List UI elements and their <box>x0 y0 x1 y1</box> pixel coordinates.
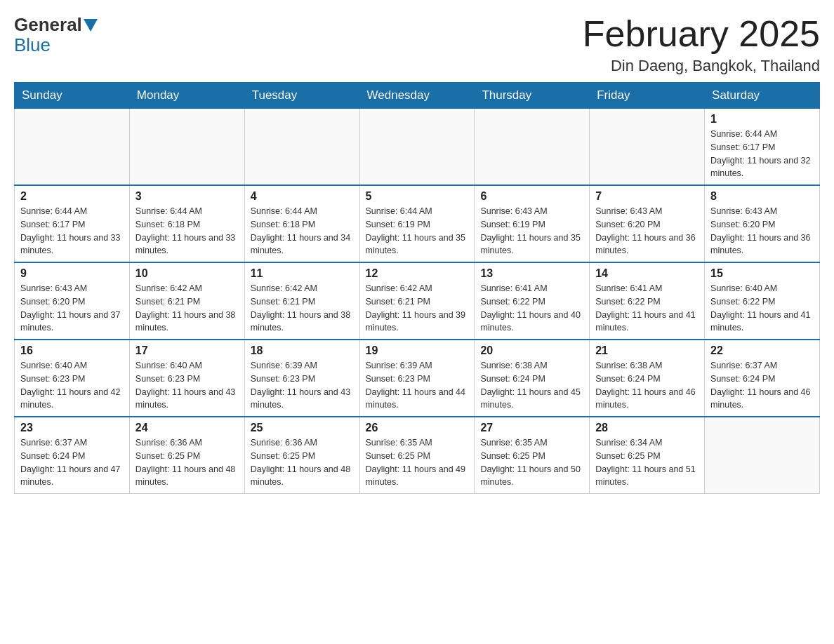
day-info: Sunrise: 6:44 AMSunset: 6:19 PMDaylight:… <box>366 205 469 257</box>
calendar-day-cell: 26Sunrise: 6:35 AMSunset: 6:25 PMDayligh… <box>359 417 475 494</box>
day-info: Sunrise: 6:43 AMSunset: 6:20 PMDaylight:… <box>20 282 124 335</box>
calendar-week-5: 23Sunrise: 6:37 AMSunset: 6:24 PMDayligh… <box>15 417 820 494</box>
calendar-day-cell <box>475 109 590 186</box>
calendar-week-3: 9Sunrise: 6:43 AMSunset: 6:20 PMDaylight… <box>15 262 820 340</box>
calendar-day-cell <box>359 109 475 186</box>
day-number: 15 <box>710 267 814 280</box>
page-header: General Blue February 2025 Din Daeng, Ba… <box>14 14 820 75</box>
day-number: 22 <box>710 344 814 357</box>
calendar-day-cell <box>15 109 130 186</box>
calendar-day-cell: 1Sunrise: 6:44 AMSunset: 6:17 PMDaylight… <box>705 109 820 186</box>
day-info: Sunrise: 6:42 AMSunset: 6:21 PMDaylight:… <box>251 282 354 335</box>
calendar-day-cell: 2Sunrise: 6:44 AMSunset: 6:17 PMDaylight… <box>15 185 130 262</box>
weekday-header-saturday: Saturday <box>705 83 820 109</box>
calendar-day-cell: 15Sunrise: 6:40 AMSunset: 6:22 PMDayligh… <box>705 262 820 340</box>
day-number: 14 <box>595 267 699 280</box>
calendar-day-cell: 6Sunrise: 6:43 AMSunset: 6:19 PMDaylight… <box>475 185 590 262</box>
calendar-day-cell: 28Sunrise: 6:34 AMSunset: 6:25 PMDayligh… <box>590 417 705 494</box>
calendar-day-cell: 13Sunrise: 6:41 AMSunset: 6:22 PMDayligh… <box>475 262 590 340</box>
day-number: 8 <box>710 190 814 203</box>
day-number: 5 <box>366 190 469 203</box>
weekday-header-wednesday: Wednesday <box>359 83 475 109</box>
calendar-day-cell: 7Sunrise: 6:43 AMSunset: 6:20 PMDaylight… <box>590 185 705 262</box>
location: Din Daeng, Bangkok, Thailand <box>583 57 820 75</box>
day-number: 4 <box>251 190 354 203</box>
calendar-day-cell: 10Sunrise: 6:42 AMSunset: 6:21 PMDayligh… <box>129 262 244 340</box>
day-info: Sunrise: 6:34 AMSunset: 6:25 PMDaylight:… <box>595 436 699 489</box>
weekday-header-thursday: Thursday <box>475 83 590 109</box>
day-info: Sunrise: 6:39 AMSunset: 6:23 PMDaylight:… <box>251 359 354 412</box>
weekday-header-monday: Monday <box>129 83 244 109</box>
day-number: 25 <box>251 422 354 434</box>
day-info: Sunrise: 6:44 AMSunset: 6:18 PMDaylight:… <box>251 205 354 257</box>
day-info: Sunrise: 6:43 AMSunset: 6:19 PMDaylight:… <box>480 205 583 257</box>
weekday-header-tuesday: Tuesday <box>244 83 359 109</box>
calendar-day-cell: 11Sunrise: 6:42 AMSunset: 6:21 PMDayligh… <box>244 262 359 340</box>
day-info: Sunrise: 6:36 AMSunset: 6:25 PMDaylight:… <box>251 436 354 489</box>
day-number: 1 <box>710 113 814 126</box>
calendar-week-4: 16Sunrise: 6:40 AMSunset: 6:23 PMDayligh… <box>15 340 820 417</box>
day-info: Sunrise: 6:36 AMSunset: 6:25 PMDaylight:… <box>135 436 239 489</box>
day-info: Sunrise: 6:44 AMSunset: 6:17 PMDaylight:… <box>20 205 124 257</box>
calendar-day-cell <box>129 109 244 186</box>
day-info: Sunrise: 6:44 AMSunset: 6:18 PMDaylight:… <box>135 205 239 257</box>
day-number: 27 <box>480 422 583 434</box>
day-number: 11 <box>251 267 354 280</box>
day-info: Sunrise: 6:37 AMSunset: 6:24 PMDaylight:… <box>20 436 124 489</box>
day-number: 23 <box>20 422 124 434</box>
day-info: Sunrise: 6:35 AMSunset: 6:25 PMDaylight:… <box>366 436 469 489</box>
logo-triangle-icon <box>84 19 98 32</box>
calendar-day-cell <box>705 417 820 494</box>
day-info: Sunrise: 6:41 AMSunset: 6:22 PMDaylight:… <box>595 282 699 335</box>
day-number: 9 <box>20 267 124 280</box>
calendar-day-cell: 17Sunrise: 6:40 AMSunset: 6:23 PMDayligh… <box>129 340 244 417</box>
calendar-day-cell <box>590 109 705 186</box>
calendar-day-cell: 22Sunrise: 6:37 AMSunset: 6:24 PMDayligh… <box>705 340 820 417</box>
day-number: 16 <box>20 344 124 357</box>
day-info: Sunrise: 6:37 AMSunset: 6:24 PMDaylight:… <box>710 359 814 412</box>
day-number: 17 <box>135 344 239 357</box>
day-number: 7 <box>595 190 699 203</box>
day-number: 19 <box>366 344 469 357</box>
day-number: 28 <box>595 422 699 434</box>
day-number: 10 <box>135 267 239 280</box>
logo: General Blue <box>14 14 99 56</box>
calendar-week-2: 2Sunrise: 6:44 AMSunset: 6:17 PMDaylight… <box>15 185 820 262</box>
day-number: 21 <box>595 344 699 357</box>
day-number: 24 <box>135 422 239 434</box>
calendar-day-cell: 20Sunrise: 6:38 AMSunset: 6:24 PMDayligh… <box>475 340 590 417</box>
day-info: Sunrise: 6:39 AMSunset: 6:23 PMDaylight:… <box>366 359 469 412</box>
weekday-header-row: SundayMondayTuesdayWednesdayThursdayFrid… <box>15 83 820 109</box>
day-info: Sunrise: 6:35 AMSunset: 6:25 PMDaylight:… <box>480 436 583 489</box>
day-info: Sunrise: 6:42 AMSunset: 6:21 PMDaylight:… <box>135 282 239 335</box>
day-info: Sunrise: 6:43 AMSunset: 6:20 PMDaylight:… <box>595 205 699 257</box>
month-title: February 2025 <box>583 14 820 54</box>
calendar-day-cell: 9Sunrise: 6:43 AMSunset: 6:20 PMDaylight… <box>15 262 130 340</box>
weekday-header-sunday: Sunday <box>15 83 130 109</box>
calendar-day-cell: 27Sunrise: 6:35 AMSunset: 6:25 PMDayligh… <box>475 417 590 494</box>
calendar-day-cell: 19Sunrise: 6:39 AMSunset: 6:23 PMDayligh… <box>359 340 475 417</box>
calendar-day-cell: 23Sunrise: 6:37 AMSunset: 6:24 PMDayligh… <box>15 417 130 494</box>
logo-blue-text: Blue <box>14 34 51 56</box>
logo-general-text: General <box>14 14 82 36</box>
calendar-day-cell: 4Sunrise: 6:44 AMSunset: 6:18 PMDaylight… <box>244 185 359 262</box>
day-info: Sunrise: 6:40 AMSunset: 6:22 PMDaylight:… <box>710 282 814 335</box>
day-info: Sunrise: 6:40 AMSunset: 6:23 PMDaylight:… <box>135 359 239 412</box>
day-info: Sunrise: 6:43 AMSunset: 6:20 PMDaylight:… <box>710 205 814 257</box>
day-info: Sunrise: 6:38 AMSunset: 6:24 PMDaylight:… <box>595 359 699 412</box>
calendar-day-cell: 18Sunrise: 6:39 AMSunset: 6:23 PMDayligh… <box>244 340 359 417</box>
day-number: 26 <box>366 422 469 434</box>
day-number: 2 <box>20 190 124 203</box>
calendar-day-cell: 12Sunrise: 6:42 AMSunset: 6:21 PMDayligh… <box>359 262 475 340</box>
title-section: February 2025 Din Daeng, Bangkok, Thaila… <box>583 14 820 75</box>
day-number: 13 <box>480 267 583 280</box>
calendar-day-cell: 8Sunrise: 6:43 AMSunset: 6:20 PMDaylight… <box>705 185 820 262</box>
calendar-day-cell: 5Sunrise: 6:44 AMSunset: 6:19 PMDaylight… <box>359 185 475 262</box>
day-number: 6 <box>480 190 583 203</box>
day-number: 12 <box>366 267 469 280</box>
day-info: Sunrise: 6:41 AMSunset: 6:22 PMDaylight:… <box>480 282 583 335</box>
calendar-table: SundayMondayTuesdayWednesdayThursdayFrid… <box>14 82 820 494</box>
calendar-day-cell: 3Sunrise: 6:44 AMSunset: 6:18 PMDaylight… <box>129 185 244 262</box>
calendar-day-cell: 21Sunrise: 6:38 AMSunset: 6:24 PMDayligh… <box>590 340 705 417</box>
day-info: Sunrise: 6:38 AMSunset: 6:24 PMDaylight:… <box>480 359 583 412</box>
